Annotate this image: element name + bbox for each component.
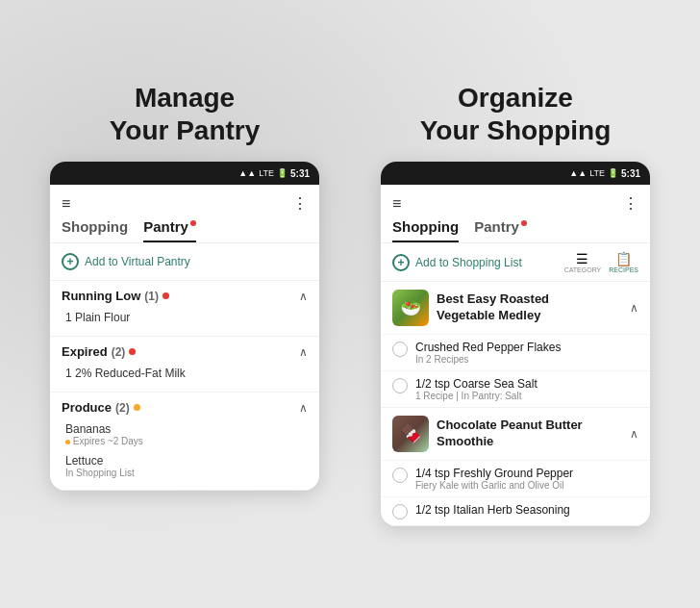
left-add-row[interactable]: + Add to Virtual Pantry bbox=[50, 243, 319, 281]
left-menu-dots-icon[interactable]: ⋮ bbox=[292, 194, 308, 213]
running-low-dot bbox=[162, 292, 169, 299]
produce-section: Produce (2) ∧ Bananas Expires ~2 Days Le… bbox=[50, 393, 319, 491]
left-panel-title: Manage Your Pantry bbox=[110, 82, 261, 146]
left-hamburger-icon[interactable]: ≡ bbox=[62, 195, 70, 213]
category-label: CATEGORY bbox=[564, 266, 602, 273]
right-wifi-icon: LTE bbox=[589, 168, 605, 178]
ingredient-info-0-0: Crushed Red Pepper Flakes In 2 Recipes bbox=[415, 341, 638, 365]
left-tabs: Shopping Pantry bbox=[50, 218, 319, 243]
recipe-thumb-smoothie: 🍫 bbox=[392, 416, 429, 452]
produce-chevron[interactable]: ∧ bbox=[299, 401, 308, 415]
recipe-name-1: Chocolate Peanut ButterSmoothie bbox=[437, 418, 622, 450]
expired-section: Expired (2) ∧ 1 2% Reduced-Fat Milk bbox=[50, 337, 319, 393]
recipe-header-0: 🥗 Best Easy RoastedVegetable Medley ∧ bbox=[381, 282, 650, 334]
left-title-line1: Manage bbox=[135, 83, 235, 113]
ingredient-1-1: 1/2 tsp Italian Herb Seasoning bbox=[381, 496, 650, 525]
expired-item-0: 1 2% Reduced-Fat Milk bbox=[62, 363, 308, 384]
recipe-name-0: Best Easy RoastedVegetable Medley bbox=[437, 291, 622, 324]
right-time: 5:31 bbox=[621, 168, 640, 179]
left-tab-pantry[interactable]: Pantry bbox=[143, 218, 196, 242]
right-title-line1: Organize bbox=[458, 83, 573, 113]
expired-title: Expired (2) bbox=[62, 344, 136, 359]
ingredient-0-0: Crushed Red Pepper Flakes In 2 Recipes bbox=[381, 334, 650, 370]
right-phone: ▲▲ LTE 🔋 5:31 ≡ ⋮ Shopping Pantry bbox=[381, 162, 650, 526]
ingredient-0-1: 1/2 tsp Coarse Sea Salt 1 Recipe | In Pa… bbox=[381, 370, 650, 407]
right-battery-icon: 🔋 bbox=[608, 168, 618, 178]
running-low-chevron[interactable]: ∧ bbox=[299, 290, 308, 303]
right-signal-icon: ▲▲ bbox=[569, 168, 587, 178]
expired-chevron[interactable]: ∧ bbox=[299, 345, 308, 359]
left-phone: ▲▲ LTE 🔋 5:31 ≡ ⋮ Shopping Pantry bbox=[50, 162, 319, 491]
wifi-icon: LTE bbox=[259, 168, 274, 178]
checkbox-1-0[interactable] bbox=[392, 468, 408, 483]
right-status-bar: ▲▲ LTE 🔋 5:31 bbox=[381, 162, 650, 185]
ingredient-info-0-1: 1/2 tsp Coarse Sea Salt 1 Recipe | In Pa… bbox=[415, 377, 638, 401]
right-panel-title: Organize Your Shopping bbox=[420, 82, 612, 146]
left-panel: Manage Your Pantry ▲▲ LTE 🔋 5:31 ≡ ⋮ bbox=[31, 82, 338, 491]
checkbox-0-0[interactable] bbox=[392, 342, 408, 357]
checkbox-0-1[interactable] bbox=[392, 378, 408, 393]
recipe-0-chevron[interactable]: ∧ bbox=[630, 301, 638, 315]
category-icon: ☰ bbox=[576, 251, 588, 266]
right-toolbar-row: + Add to Shopping List ☰ CATEGORY 📋 RECI… bbox=[381, 243, 650, 282]
ingredient-info-1-1: 1/2 tsp Italian Herb Seasoning bbox=[415, 503, 638, 517]
left-title-line2: Your Pantry bbox=[110, 115, 261, 145]
recipe-section-1: 🍫 Chocolate Peanut ButterSmoothie ∧ 1/4 … bbox=[381, 408, 650, 526]
checkbox-1-1[interactable] bbox=[392, 504, 408, 519]
app-container: Manage Your Pantry ▲▲ LTE 🔋 5:31 ≡ ⋮ bbox=[12, 63, 688, 545]
ingredient-info-1-0: 1/4 tsp Freshly Ground Pepper Fiery Kale… bbox=[415, 467, 638, 491]
right-hamburger-icon[interactable]: ≡ bbox=[392, 195, 401, 213]
add-pantry-label: Add to Virtual Pantry bbox=[85, 255, 190, 268]
add-pantry-icon: + bbox=[62, 253, 79, 270]
running-low-item-0: 1 Plain Flour bbox=[62, 307, 308, 328]
right-status-icons: ▲▲ LTE 🔋 5:31 bbox=[569, 168, 640, 179]
right-tab-shopping[interactable]: Shopping bbox=[392, 218, 459, 242]
produce-item-1: Lettuce In Shopping List bbox=[62, 450, 308, 482]
right-tabs: Shopping Pantry bbox=[381, 218, 650, 243]
produce-dot bbox=[134, 404, 140, 411]
expired-header[interactable]: Expired (2) ∧ bbox=[62, 344, 308, 359]
pantry-dot bbox=[190, 220, 196, 226]
running-low-section: Running Low (1) ∧ 1 Plain Flour bbox=[50, 281, 319, 337]
produce-header[interactable]: Produce (2) ∧ bbox=[62, 400, 308, 415]
add-shopping-icon: + bbox=[392, 254, 410, 271]
right-pantry-dot bbox=[521, 220, 527, 226]
expired-dot bbox=[129, 348, 136, 355]
produce-item-0: Bananas Expires ~2 Days bbox=[62, 418, 308, 450]
recipes-icon: 📋 bbox=[615, 251, 632, 266]
right-title-line2: Your Shopping bbox=[420, 115, 612, 145]
running-low-count: (1) bbox=[144, 290, 159, 303]
category-btn[interactable]: ☰ CATEGORY bbox=[564, 251, 602, 273]
recipe-header-1: 🍫 Chocolate Peanut ButterSmoothie ∧ bbox=[381, 408, 650, 460]
banana-expiry-dot bbox=[65, 440, 70, 444]
left-app-bar: ≡ ⋮ bbox=[50, 185, 319, 218]
right-tab-pantry[interactable]: Pantry bbox=[474, 218, 527, 242]
recipes-label: RECIPES bbox=[609, 266, 638, 273]
ingredient-1-0: 1/4 tsp Freshly Ground Pepper Fiery Kale… bbox=[381, 460, 650, 496]
toolbar-icons: ☰ CATEGORY 📋 RECIPES bbox=[564, 251, 638, 273]
signal-icon: ▲▲ bbox=[238, 168, 256, 178]
right-app-bar: ≡ ⋮ bbox=[381, 185, 650, 218]
left-status-icons: ▲▲ LTE 🔋 5:31 bbox=[238, 168, 310, 179]
recipe-thumb-salad: 🥗 bbox=[392, 290, 429, 326]
add-shopping-label: Add to Shopping List bbox=[415, 256, 522, 269]
recipe-1-chevron[interactable]: ∧ bbox=[630, 427, 638, 441]
produce-title: Produce (2) bbox=[62, 400, 140, 415]
produce-count: (2) bbox=[115, 401, 130, 415]
expired-count: (2) bbox=[112, 345, 126, 359]
running-low-header[interactable]: Running Low (1) ∧ bbox=[62, 289, 308, 303]
running-low-title: Running Low (1) bbox=[62, 289, 169, 303]
left-time: 5:31 bbox=[290, 168, 310, 179]
battery-icon: 🔋 bbox=[277, 168, 288, 178]
recipes-btn[interactable]: 📋 RECIPES bbox=[609, 251, 638, 273]
left-tab-shopping[interactable]: Shopping bbox=[62, 218, 128, 242]
left-status-bar: ▲▲ LTE 🔋 5:31 bbox=[50, 162, 319, 185]
recipe-section-0: 🥗 Best Easy RoastedVegetable Medley ∧ Cr… bbox=[381, 282, 650, 408]
right-panel: Organize Your Shopping ▲▲ LTE 🔋 5:31 ≡ ⋮ bbox=[362, 82, 669, 526]
right-menu-dots-icon[interactable]: ⋮ bbox=[623, 194, 638, 213]
